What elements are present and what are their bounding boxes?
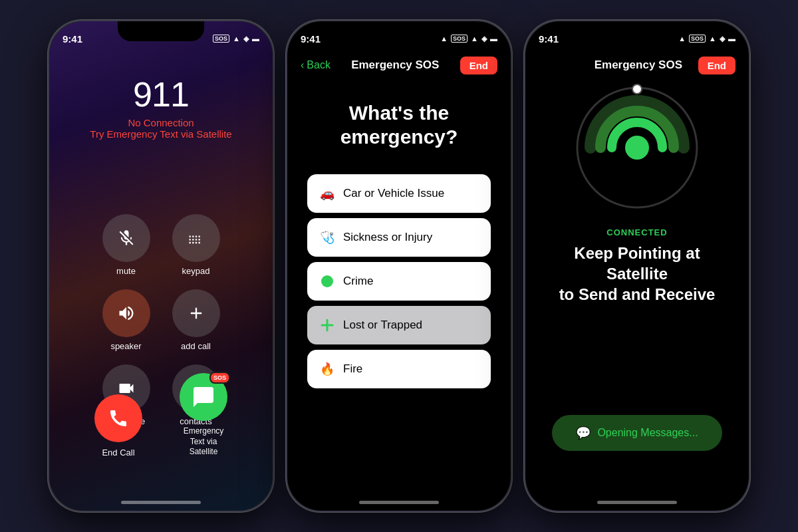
location-icon: ▲	[440, 35, 448, 43]
options-list: 🚗 Car or Vehicle Issue 🩺 Sickness or Inj…	[307, 174, 491, 388]
svg-point-0	[321, 275, 333, 287]
emergency-question: What's the emergency?	[287, 88, 511, 162]
connected-label: CONNECTED	[545, 227, 729, 237]
sos-indicator: SOS	[213, 35, 229, 43]
satellite-label: EmergencyText viaSatellite	[184, 426, 224, 458]
phone-2: 9:41 ▲ SOS ▲ ◈ ▬ ‹ Back Emergency SOS En…	[286, 20, 512, 512]
option-lost[interactable]: Lost or Trapped	[307, 306, 491, 344]
car-icon: 🚗	[319, 186, 335, 201]
lost-icon	[319, 317, 335, 333]
status-icons-3: ▲ SOS ▲ ◈ ▬	[678, 35, 735, 43]
add-icon	[187, 304, 205, 323]
notch-3	[594, 21, 680, 41]
speaker-button[interactable]	[102, 289, 150, 337]
wifi-icon-3: ◈	[720, 35, 725, 43]
add-call-label: add call	[181, 341, 211, 351]
nav-bar-3: Emergency SOS End	[525, 51, 749, 80]
nav-title-2: Emergency SOS	[351, 59, 439, 72]
keypad-wrapper: keypad	[168, 214, 224, 276]
end-call-button[interactable]	[94, 394, 142, 442]
messages-bubble-icon: 💬	[576, 426, 591, 440]
satellite-svg	[571, 81, 704, 214]
wifi-icon: ◈	[243, 35, 249, 43]
connected-text: Keep Pointing at Satelliteto Send and Re…	[545, 243, 729, 305]
end-call-label: End Call	[102, 448, 134, 458]
option-sickness[interactable]: 🩺 Sickness or Injury	[307, 218, 491, 257]
keypad-button[interactable]	[172, 214, 220, 262]
option-crime[interactable]: Crime	[307, 262, 491, 301]
home-indicator-3	[597, 501, 677, 504]
battery-icon: ▬	[252, 35, 259, 43]
nav-title-3: Emergency SOS	[595, 59, 682, 72]
call-status: No Connection	[49, 117, 273, 128]
add-call-wrapper: add call	[168, 289, 224, 351]
notch-2	[356, 21, 442, 41]
question-text: What's the emergency?	[314, 101, 484, 149]
option-sickness-label: Sickness or Injury	[343, 231, 432, 244]
satellite-visual	[571, 81, 704, 214]
speaker-icon	[117, 304, 136, 323]
wifi-icon-2: ◈	[481, 35, 487, 43]
mute-button[interactable]	[102, 214, 150, 262]
fire-icon: 🔥	[319, 361, 335, 377]
svg-point-3	[632, 84, 642, 94]
add-call-button[interactable]	[172, 289, 220, 337]
location-icon-3: ▲	[678, 35, 686, 43]
action-row: End Call SOS EmergencyText viaSatellite	[49, 373, 273, 458]
keypad-label: keypad	[182, 266, 210, 276]
home-indicator-1	[121, 501, 201, 504]
end-call-icon	[108, 408, 129, 429]
call-info: 911 No Connection Try Emergency Text via…	[49, 74, 273, 140]
notch	[118, 21, 204, 41]
status-time-3: 9:41	[539, 33, 559, 45]
sos-indicator-3: SOS	[689, 35, 706, 43]
home-indicator-2	[359, 501, 439, 504]
satellite-button[interactable]: SOS	[180, 373, 227, 421]
mute-wrapper: mute	[98, 214, 154, 276]
signal-icon-2: ▲	[471, 35, 478, 43]
back-chevron: ‹	[301, 59, 304, 71]
sickness-icon: 🩺	[319, 229, 335, 245]
option-car[interactable]: 🚗 Car or Vehicle Issue	[307, 174, 491, 213]
sos-indicator-2: SOS	[451, 35, 467, 43]
status-time: 9:41	[63, 33, 82, 45]
option-fire-label: Fire	[343, 362, 362, 376]
mute-label: mute	[116, 266, 136, 276]
signal-icon-3: ▲	[709, 35, 716, 43]
speaker-wrapper: speaker	[98, 289, 154, 351]
status-icons-2: ▲ SOS ▲ ◈ ▬	[440, 35, 497, 43]
option-car-label: Car or Vehicle Issue	[343, 187, 444, 200]
option-fire[interactable]: 🔥 Fire	[307, 350, 491, 388]
message-icon	[192, 385, 215, 409]
mic-off-icon	[117, 229, 136, 247]
back-label: Back	[307, 59, 331, 71]
signal-icon: ▲	[233, 35, 240, 43]
end-call-wrapper: End Call	[94, 394, 142, 458]
end-button-2[interactable]: End	[460, 57, 497, 74]
svg-point-2	[625, 136, 649, 160]
sos-badge: SOS	[209, 372, 230, 384]
connected-section: CONNECTED Keep Pointing at Satelliteto S…	[525, 227, 749, 305]
opening-messages-button[interactable]: 💬 Opening Messages...	[552, 415, 722, 451]
call-number: 911	[49, 74, 273, 114]
satellite-btn-wrapper: SOS EmergencyText viaSatellite	[180, 373, 227, 458]
option-crime-label: Crime	[343, 275, 373, 288]
nav-bar-2: ‹ Back Emergency SOS End	[287, 51, 511, 80]
status-icons: SOS ▲ ◈ ▬	[213, 35, 259, 43]
crime-icon	[319, 273, 335, 289]
back-button[interactable]: ‹ Back	[301, 59, 331, 71]
speaker-label: speaker	[110, 341, 141, 351]
call-satellite-text: Try Emergency Text via Satellite	[49, 128, 273, 140]
battery-icon-3: ▬	[728, 35, 735, 43]
battery-icon-2: ▬	[490, 35, 497, 43]
option-lost-label: Lost or Trapped	[343, 319, 422, 332]
status-time-2: 9:41	[301, 33, 321, 45]
keypad-icon	[187, 229, 205, 247]
phone-1: 9:41 SOS ▲ ◈ ▬ 911 No Connection Try Eme…	[48, 20, 274, 512]
opening-messages-text: Opening Messages...	[597, 427, 698, 439]
end-button-3[interactable]: End	[698, 57, 735, 74]
phone-3: 9:41 ▲ SOS ▲ ◈ ▬ Emergency SOS End	[524, 20, 750, 512]
